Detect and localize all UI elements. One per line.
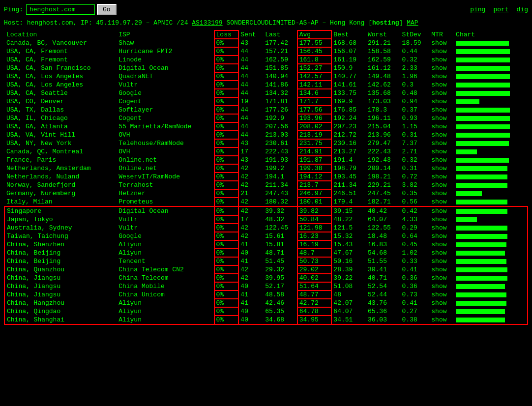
- location-cell: USA, CA, Los Angeles: [4, 72, 117, 81]
- mtr-show-link[interactable]: show: [431, 198, 446, 205]
- last-cell: 194.1: [263, 173, 297, 181]
- chart-cell: [454, 156, 528, 164]
- worst-cell: 200.14: [366, 164, 400, 173]
- mtr-show-link[interactable]: show: [431, 283, 446, 290]
- chart-cell: [454, 249, 528, 257]
- avg-cell: 50.73: [297, 257, 332, 265]
- mtr-cell: show: [429, 265, 454, 274]
- worst-cell: 173.03: [366, 97, 400, 106]
- th-last: Last: [263, 30, 297, 39]
- host-input[interactable]: [26, 4, 95, 15]
- mtr-show-link[interactable]: show: [431, 131, 446, 139]
- mtr-show-link[interactable]: show: [431, 173, 446, 180]
- mtr-show-link[interactable]: show: [431, 39, 446, 47]
- location-cell: Australia, Sydney: [4, 224, 117, 232]
- host-info: Host: henghost.com, IP: 45.119.97.29 – A…: [4, 19, 528, 27]
- best-cell: 246.51: [331, 189, 366, 198]
- table-row: Canada, BC, VancouverShaw0%43177.42177.5…: [4, 39, 528, 47]
- stdev-cell: 2.71: [400, 147, 430, 156]
- loss-cell: 0%: [214, 274, 239, 282]
- worst-cell: 291.21: [366, 39, 400, 47]
- hosting-link[interactable]: hosting: [372, 19, 399, 27]
- mtr-show-link[interactable]: show: [431, 64, 446, 72]
- asn-link[interactable]: AS133199: [192, 19, 222, 27]
- worst-cell: 213.96: [366, 131, 400, 139]
- dig-nav[interactable]: dig: [517, 6, 528, 13]
- mtr-show-link[interactable]: show: [431, 190, 446, 197]
- mtr-show-link[interactable]: show: [431, 232, 446, 240]
- table-row: USA, IL, ChicagoCogent0%44192.9193.96192…: [4, 114, 528, 122]
- mtr-show-link[interactable]: show: [431, 274, 446, 282]
- sent-cell: 19: [238, 97, 263, 106]
- mtr-cell: show: [429, 206, 454, 215]
- avg-cell: 199.38: [297, 164, 332, 173]
- loss-cell: 0%: [214, 156, 239, 164]
- ping-nav[interactable]: ping: [470, 6, 485, 13]
- location-cell: Germany, Nuremberg: [4, 189, 117, 198]
- loss-cell: 0%: [214, 181, 239, 189]
- location-cell: China, Shanghai: [4, 316, 117, 324]
- mtr-cell: show: [429, 249, 454, 257]
- mtr-show-link[interactable]: show: [431, 98, 446, 105]
- mtr-show-link[interactable]: show: [431, 148, 446, 155]
- mtr-show-link[interactable]: show: [431, 291, 446, 298]
- avg-cell: 142.11: [297, 81, 332, 89]
- mtr-show-link[interactable]: show: [431, 258, 446, 265]
- table-row: China, JiangsuChina Unicom0%4148.5848.77…: [4, 290, 528, 299]
- mtr-show-link[interactable]: show: [431, 181, 446, 189]
- mtr-show-link[interactable]: show: [431, 89, 446, 97]
- location-cell: China, Shenzhen: [4, 240, 117, 249]
- mtr-show-link[interactable]: show: [431, 249, 446, 257]
- avg-cell: 193.96: [297, 114, 332, 122]
- worst-cell: 51.55: [366, 257, 400, 265]
- last-cell: 48.71: [263, 249, 297, 257]
- mtr-cell: show: [429, 106, 454, 114]
- sent-cell: 42: [238, 265, 263, 274]
- sent-cell: 41: [238, 299, 263, 307]
- port-nav[interactable]: port: [493, 6, 508, 13]
- chart-cell: [454, 39, 528, 47]
- stdev-cell: 18.59: [400, 39, 430, 47]
- go-button[interactable]: Go: [97, 4, 117, 15]
- location-cell: China, Hangzhou: [4, 299, 117, 307]
- mtr-show-link[interactable]: show: [431, 81, 446, 88]
- mtr-show-link[interactable]: show: [431, 266, 446, 273]
- stdev-cell: 0.45: [400, 240, 430, 249]
- loss-cell: 0%: [214, 97, 239, 106]
- mtr-show-link[interactable]: show: [431, 216, 446, 223]
- last-cell: 42.46: [263, 299, 297, 307]
- mtr-show-link[interactable]: show: [431, 308, 446, 315]
- table-row: China, ShanghaiAliyun0%4034.6834.9534.51…: [4, 316, 528, 324]
- mtr-show-link[interactable]: show: [431, 115, 446, 122]
- loss-cell: 0%: [214, 232, 239, 240]
- mtr-show-link[interactable]: show: [431, 48, 446, 55]
- mtr-show-link[interactable]: show: [431, 56, 446, 63]
- mtr-show-link[interactable]: show: [431, 156, 446, 164]
- worst-cell: 40.71: [366, 274, 400, 282]
- mtr-cell: show: [429, 64, 454, 72]
- mtr-show-link[interactable]: show: [431, 106, 446, 114]
- sent-cell: 44: [238, 47, 263, 56]
- mtr-show-link[interactable]: show: [431, 316, 446, 323]
- table-row: USA, CO, DenverCogent0%19171.81171.7169.…: [4, 97, 528, 106]
- mtr-show-link[interactable]: show: [431, 241, 446, 248]
- mtr-show-link[interactable]: show: [431, 73, 446, 80]
- loss-cell: 0%: [214, 206, 239, 215]
- stdev-cell: 0.38: [400, 316, 430, 324]
- mtr-show-link[interactable]: show: [431, 299, 446, 307]
- results-table: Location ISP Loss Sent Last Avg Best Wor…: [4, 30, 528, 325]
- mtr-show-link[interactable]: show: [431, 140, 446, 147]
- mtr-show-link[interactable]: show: [431, 224, 446, 232]
- mtr-cell: show: [429, 290, 454, 299]
- avg-cell: 16.23: [297, 232, 332, 240]
- worst-cell: 178.3: [366, 106, 400, 114]
- loss-cell: 0%: [214, 131, 239, 139]
- stdev-cell: 0.94: [400, 97, 430, 106]
- map-link[interactable]: MAP: [407, 19, 418, 27]
- mtr-show-link[interactable]: show: [431, 123, 446, 130]
- location-cell: Canada, QC, Montreal: [4, 147, 117, 156]
- mtr-show-link[interactable]: show: [431, 165, 446, 172]
- chart-cell: [454, 299, 528, 307]
- last-cell: 180.32: [263, 198, 297, 206]
- mtr-show-link[interactable]: show: [431, 207, 446, 215]
